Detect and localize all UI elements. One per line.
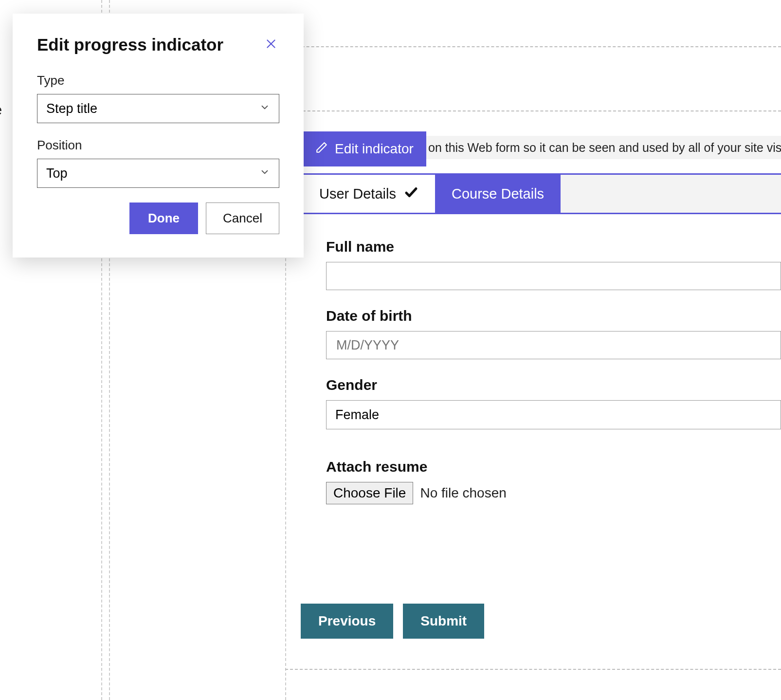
field-dob: Date of birth [326,308,781,359]
tab-label: User Details [319,186,396,202]
close-icon[interactable] [263,36,279,54]
attach-label: Attach resume [326,459,781,475]
edit-indicator-label: Edit indicator [335,141,414,157]
choose-file-button[interactable]: Choose File [326,482,413,504]
field-type: Type Step title [37,73,279,123]
full-name-label: Full name [326,239,781,255]
canvas-guide-bottom [285,669,781,670]
chevron-down-icon [259,101,270,116]
position-label: Position [37,138,279,153]
truncated-text-left: e [0,102,2,118]
previous-button[interactable]: Previous [301,604,393,639]
submit-button[interactable]: Submit [403,604,484,639]
dialog-title: Edit progress indicator [37,35,223,55]
field-full-name: Full name [326,239,781,290]
tab-course-details[interactable]: Course Details [435,175,561,213]
position-select[interactable]: Top [37,159,279,188]
gender-label: Gender [326,377,781,393]
gender-value: Female [335,407,379,423]
type-select[interactable]: Step title [37,94,279,123]
cancel-button[interactable]: Cancel [206,203,279,234]
edit-progress-indicator-dialog: Edit progress indicator Type Step title … [13,14,304,258]
no-file-text: No file chosen [420,485,506,501]
pencil-icon [315,141,328,157]
full-name-input[interactable] [326,262,781,290]
tab-user-details[interactable]: User Details [303,175,435,213]
position-value: Top [46,166,68,181]
chevron-down-icon [259,166,270,181]
field-attach-resume: Attach resume Choose File No file chosen [326,459,781,504]
dob-label: Date of birth [326,308,781,324]
done-button[interactable]: Done [129,203,198,234]
info-bar-text: on this Web form so it can be seen and u… [428,141,781,155]
field-gender: Gender Female [326,377,781,429]
dialog-actions: Done Cancel [37,203,279,234]
type-value: Step title [46,101,97,116]
field-position: Position Top [37,138,279,188]
tab-label: Course Details [452,186,544,202]
progress-tabstrip: User Details Course Details [303,173,781,214]
form-actions: Previous Submit [301,604,484,639]
edit-indicator-button[interactable]: Edit indicator [303,131,426,166]
gender-select[interactable]: Female [326,400,781,429]
checkmark-icon [404,185,418,203]
type-label: Type [37,73,279,88]
dob-input[interactable] [326,331,781,359]
